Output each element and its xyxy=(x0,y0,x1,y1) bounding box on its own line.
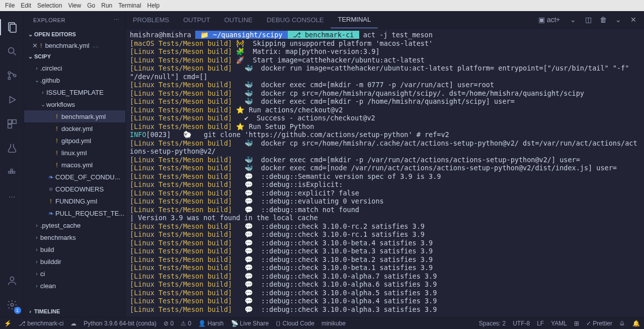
status-errors[interactable]: ⊘ 0 xyxy=(164,320,174,327)
panel-tab-output[interactable]: OUTPUT xyxy=(176,11,217,28)
menu-terminal[interactable]: Terminal xyxy=(115,2,144,9)
file-benchmark-yml[interactable]: !benchmark.yml xyxy=(24,110,125,122)
folder-ci[interactable]: ›ci xyxy=(24,268,125,280)
folder-workflows[interactable]: ⌄workflows xyxy=(24,98,125,110)
debug-icon[interactable] xyxy=(0,88,24,112)
status-prettier[interactable]: ✓ Prettier xyxy=(586,320,612,327)
close-icon[interactable]: ✕ xyxy=(32,42,40,49)
file-code_of_condu-[interactable]: ❧CODE_OF_CONDU... xyxy=(24,171,125,183)
terminal-line: [Linux Tests/Meson build] ⭐ Run actions/… xyxy=(130,106,640,114)
menu-edit[interactable]: Edit xyxy=(18,2,34,9)
terminal-line: [Linux Tests/Meson build] 💬 ::debug::mat… xyxy=(130,206,640,214)
more-icon[interactable]: ⋯ xyxy=(0,184,24,209)
menu-help[interactable]: Help xyxy=(144,2,163,9)
open-editor-label: benchmark.yml xyxy=(45,42,90,49)
terminal-line: [Linux Tests/Meson build] 💬 ::debug::eva… xyxy=(130,197,640,206)
terminal-line: [Linux Tests/Meson build] 💬 ::debug::che… xyxy=(130,222,640,231)
status-indent[interactable]: Spaces: 2 xyxy=(479,320,506,327)
open-editors-header[interactable]: ⌄OPEN EDITORS xyxy=(24,29,125,40)
sidebar: EXPLORER ⋯ ⌄OPEN EDITORS ✕ ! benchmark.y… xyxy=(24,11,126,317)
new-terminal-icon[interactable]: ＋ xyxy=(553,15,562,24)
terminal[interactable]: hmishra@hmishra 📁 ~/quansight/scipy ⎇ be… xyxy=(126,29,644,317)
status-language[interactable]: YAML xyxy=(551,320,567,327)
file-macos-yml[interactable]: !macos.yml xyxy=(24,159,125,171)
svg-point-2 xyxy=(8,48,14,53)
folder-benchmarks[interactable]: ›benchmarks xyxy=(24,231,125,243)
status-minikube[interactable]: minikube xyxy=(321,320,346,327)
chevron-down-icon[interactable]: ⌄ xyxy=(614,16,623,24)
status-python-interpreter[interactable]: Python 3.9.6 64-bit (conda) xyxy=(84,320,156,327)
menu-run[interactable]: Run xyxy=(98,2,115,9)
source-control-icon[interactable] xyxy=(0,63,24,88)
remote-icon[interactable]: ⚡ xyxy=(4,320,12,327)
status-git-branch[interactable]: ⎇ benchmark-ci xyxy=(19,320,63,327)
folder--circleci[interactable]: ›.circleci xyxy=(24,62,125,74)
panel-tab-problems[interactable]: PROBLEMS xyxy=(126,11,176,28)
status-liveshare[interactable]: 📡 Live Share xyxy=(231,320,269,327)
status-cloud-code[interactable]: ⟨⟩ Cloud Code xyxy=(276,320,314,327)
accounts-icon[interactable] xyxy=(0,269,24,293)
test-icon[interactable] xyxy=(0,136,24,160)
terminal-line: | Version 3.9 was not found in the local… xyxy=(130,214,640,222)
folder-build[interactable]: ›build xyxy=(24,243,125,255)
panel-tab-terminal[interactable]: TERMINAL xyxy=(331,11,378,28)
folder-clean[interactable]: ›clean xyxy=(24,280,125,292)
menu-file[interactable]: File xyxy=(2,2,18,9)
status-account[interactable]: 👤 Harsh xyxy=(198,320,223,327)
sidebar-more-icon[interactable]: ⋯ xyxy=(114,17,120,23)
status-feedback[interactable]: 🕭 xyxy=(619,320,625,327)
timeline-header[interactable]: ›TIMELINE xyxy=(24,306,125,317)
menu-go[interactable]: Go xyxy=(84,2,98,9)
svg-rect-8 xyxy=(8,120,11,123)
file-gitpod-yml[interactable]: !gitpod.yml xyxy=(24,135,125,147)
modified-icon: ! xyxy=(40,42,42,49)
svg-marker-7 xyxy=(10,97,15,103)
terminal-line: [Linux Tests/Meson build] 💬 ::debug::che… xyxy=(130,239,640,247)
terminal-line: [Linux Tests/Meson build] 💬 ::debug::Sem… xyxy=(130,172,640,181)
svg-rect-11 xyxy=(8,171,10,173)
terminal-line: [Linux Tests/Meson build] 💬 ::debug::che… xyxy=(130,255,640,264)
svg-point-15 xyxy=(10,277,14,281)
file-docker-yml[interactable]: !docker.yml xyxy=(24,122,125,135)
close-panel-icon[interactable]: ✕ xyxy=(629,16,638,24)
status-encoding[interactable]: UTF-8 xyxy=(513,320,530,327)
docker-icon[interactable] xyxy=(0,160,24,184)
status-warnings[interactable]: ⚠ 0 xyxy=(181,320,191,327)
menu-selection[interactable]: Selection xyxy=(34,2,65,9)
file-tree: ›.circleci⌄.github›ISSUE_TEMPLATE⌄workfl… xyxy=(24,62,125,306)
folder--github[interactable]: ⌄.github xyxy=(24,74,125,86)
open-editor-item[interactable]: ✕ ! benchmark.yml .... xyxy=(24,40,125,51)
folder-issue_template[interactable]: ›ISSUE_TEMPLATE xyxy=(24,86,125,98)
panel-tab-outline[interactable]: OUTLINE xyxy=(217,11,260,28)
trash-icon[interactable]: 🗑 xyxy=(599,16,608,24)
extensions-icon[interactable] xyxy=(0,112,24,136)
panel-tab-debug-console[interactable]: DEBUG CONSOLE xyxy=(260,11,331,28)
split-terminal-icon[interactable]: ◫ xyxy=(584,16,593,24)
terminal-profile[interactable]: ▣ act xyxy=(538,16,547,24)
status-eol[interactable]: LF xyxy=(537,320,544,327)
terminal-prompt: hmishra@hmishra 📁 ~/quansight/scipy ⎇ be… xyxy=(130,31,640,39)
file-pull_request_te-[interactable]: ❧PULL_REQUEST_TE... xyxy=(24,207,125,219)
menu-view[interactable]: View xyxy=(65,2,84,9)
terminal-line: [Linux Tests/Meson build] ✔ Success - ac… xyxy=(130,114,640,122)
file-funding-yml[interactable]: !FUNDING.yml xyxy=(24,195,125,207)
sidebar-title: EXPLORER xyxy=(33,17,65,23)
split-chevron-icon[interactable]: ⌄ xyxy=(569,16,578,24)
status-sync[interactable]: ☁ xyxy=(70,320,76,327)
search-icon[interactable] xyxy=(0,39,24,63)
status-notifications[interactable]: 🔔 xyxy=(632,320,640,327)
folder--pytest_cache[interactable]: ›.pytest_cache xyxy=(24,219,125,231)
project-header[interactable]: ⌄SCIPY xyxy=(24,51,125,62)
status-layout[interactable]: ⊞ xyxy=(574,320,579,327)
status-bar: ⚡ ⎇ benchmark-ci☁ Python 3.9.6 64-bit (c… xyxy=(0,317,644,329)
explorer-icon[interactable] xyxy=(0,15,24,39)
svg-rect-14 xyxy=(11,169,13,171)
terminal-line: [Linux Tests/Meson build] 🐳 docker exec … xyxy=(130,97,640,106)
file-linux-yml[interactable]: !linux.yml xyxy=(24,147,125,159)
file-codeowners[interactable]: ≡CODEOWNERS xyxy=(24,183,125,195)
folder-builddir[interactable]: ›builddir xyxy=(24,255,125,268)
settings-icon[interactable]: 1 xyxy=(0,293,24,317)
panel-tabbar: PROBLEMSOUTPUTOUTLINEDEBUG CONSOLETERMIN… xyxy=(126,11,644,29)
svg-point-6 xyxy=(14,75,16,77)
activity-bar: ⋯ 1 xyxy=(0,11,24,317)
